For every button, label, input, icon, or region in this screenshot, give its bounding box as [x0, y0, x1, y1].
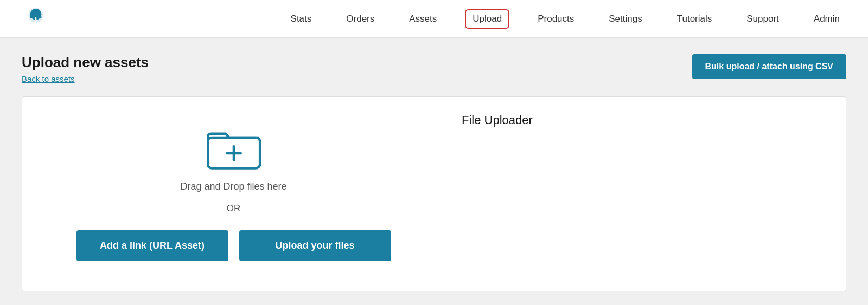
logo[interactable]: [22, 5, 50, 33]
folder-plus-icon: [207, 127, 261, 170]
nav-admin[interactable]: Admin: [807, 10, 846, 28]
drag-drop-text: Drag and Drop files here: [180, 181, 286, 192]
header: Stats Orders Assets Upload Products Sett…: [0, 0, 868, 38]
page-header: Upload new assets Back to assets Bulk up…: [22, 54, 846, 83]
nav-assets[interactable]: Assets: [403, 10, 443, 28]
nav-orders[interactable]: Orders: [340, 10, 381, 28]
file-uploader-panel: File Uploader: [445, 97, 846, 291]
back-to-assets-link[interactable]: Back to assets: [22, 74, 149, 83]
content-area: Drag and Drop files here OR Add a link (…: [22, 96, 846, 291]
upload-drop-zone[interactable]: Drag and Drop files here OR Add a link (…: [22, 97, 445, 291]
main-content: Upload new assets Back to assets Bulk up…: [0, 38, 868, 305]
page-title: Upload new assets: [22, 54, 149, 71]
upload-files-button[interactable]: Upload your files: [239, 230, 391, 261]
main-nav: Stats Orders Assets Upload Products Sett…: [284, 9, 846, 29]
page-title-section: Upload new assets Back to assets: [22, 54, 149, 83]
or-text: OR: [227, 203, 241, 214]
nav-tutorials[interactable]: Tutorials: [671, 10, 719, 28]
nav-products[interactable]: Products: [531, 10, 580, 28]
nav-settings[interactable]: Settings: [602, 10, 648, 28]
file-uploader-title: File Uploader: [462, 113, 829, 127]
upload-buttons: Add a link (URL Asset) Upload your files: [76, 230, 391, 261]
add-link-button[interactable]: Add a link (URL Asset): [76, 230, 228, 261]
nav-upload[interactable]: Upload: [465, 9, 509, 29]
nav-support[interactable]: Support: [740, 10, 786, 28]
nav-stats[interactable]: Stats: [284, 10, 318, 28]
bulk-upload-button[interactable]: Bulk upload / attach using CSV: [692, 54, 846, 79]
